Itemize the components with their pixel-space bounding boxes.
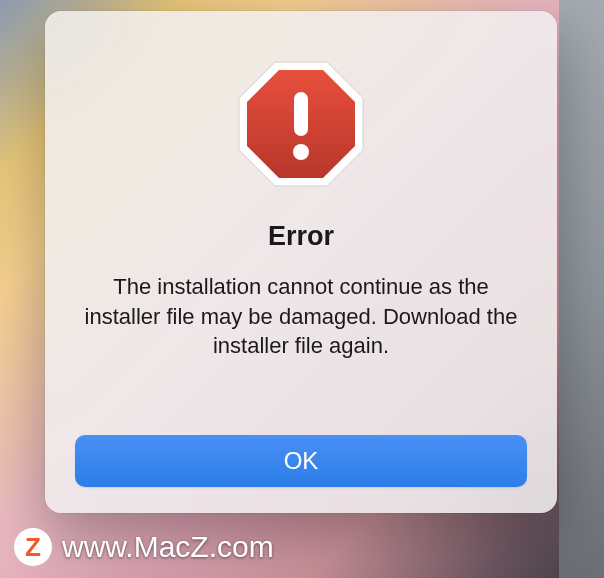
svg-rect-2 xyxy=(294,92,308,136)
error-dialog: Error The installation cannot continue a… xyxy=(45,11,557,513)
watermark-logo-icon: Z xyxy=(14,528,52,566)
svg-point-3 xyxy=(293,144,309,160)
watermark-text: www.MacZ.com xyxy=(62,530,274,564)
background-sidebar xyxy=(559,0,604,578)
error-icon xyxy=(226,49,376,199)
ok-button[interactable]: OK xyxy=(75,435,527,487)
dialog-title: Error xyxy=(268,221,334,252)
dialog-message: The installation cannot continue as the … xyxy=(75,272,527,435)
watermark: Z www.MacZ.com xyxy=(14,528,274,566)
